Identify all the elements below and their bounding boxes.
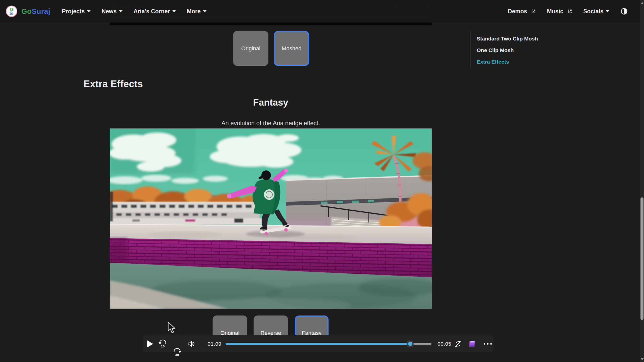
toc-item-extra-effects[interactable]: Extra Effects xyxy=(477,59,538,65)
skip-forward-label: 30 xyxy=(173,353,182,357)
primary-nav: Projects News Aria's Corner More xyxy=(62,8,207,15)
skip-back-label: 10 xyxy=(158,344,167,348)
clips-stack-button[interactable] xyxy=(468,340,476,348)
toc-item-one-clip-mosh[interactable]: One Clip Mosh xyxy=(477,47,538,53)
theme-toggle-icon[interactable] xyxy=(620,8,628,15)
navbar: G S GoSuraj Projects News Aria's Corner xyxy=(0,0,644,23)
repeat-off-button[interactable] xyxy=(454,340,462,348)
video-description: An evolution of the Aria nedge effect. xyxy=(110,120,432,127)
scroll-up-icon[interactable] xyxy=(641,2,644,4)
elapsed-time: 01:09 xyxy=(208,341,221,347)
svg-text:S: S xyxy=(9,10,13,16)
nav-item-music[interactable]: Music xyxy=(547,8,572,15)
external-link-icon xyxy=(568,9,572,14)
scrollbar-thumb[interactable] xyxy=(640,197,643,320)
button-label: Original xyxy=(241,45,260,52)
chevron-down-icon xyxy=(87,10,91,12)
gosuraj-logo-icon: G S xyxy=(6,6,17,17)
more-options-button[interactable] xyxy=(484,343,492,345)
video-title: Fantasy xyxy=(110,97,432,108)
table-of-contents: Standard Two Clip Mosh One Clip Mosh Ext… xyxy=(470,32,538,65)
brand-link[interactable]: G S GoSuraj xyxy=(6,6,50,17)
skip-forward-30-button[interactable]: 30 xyxy=(173,348,182,357)
page: 0:06 / 0:06 G xyxy=(0,0,644,362)
mouse-cursor xyxy=(168,322,176,334)
toc-divider xyxy=(470,32,470,68)
nav-label: Music xyxy=(547,8,563,15)
toc-item-standard-two-clip-mosh[interactable]: Standard Two Clip Mosh xyxy=(477,36,538,42)
chevron-down-icon xyxy=(172,10,176,12)
chevron-down-icon xyxy=(119,10,123,12)
seek-bar-fill xyxy=(226,343,411,345)
chevron-down-icon xyxy=(606,10,609,12)
nav-item-news[interactable]: News xyxy=(102,8,123,15)
scroll-down-icon[interactable] xyxy=(641,358,644,360)
fantasy-video-frame[interactable] xyxy=(110,128,432,309)
nav-item-projects[interactable]: Projects xyxy=(62,8,91,15)
scrollbar[interactable] xyxy=(640,0,644,362)
nav-label: Aria's Corner xyxy=(134,8,170,15)
nav-label: More xyxy=(187,8,201,15)
brand-name: GoSuraj xyxy=(21,7,50,16)
section-title: Extra Effects xyxy=(84,79,143,89)
variant-button-moshed-top[interactable]: Moshed xyxy=(274,31,309,66)
button-label: Moshed xyxy=(282,45,301,52)
nav-item-demos[interactable]: Demos xyxy=(508,8,536,15)
seek-thumb[interactable] xyxy=(407,340,414,347)
nav-label: News xyxy=(102,8,117,15)
nav-label: Demos xyxy=(508,8,527,15)
remaining-time: 00:05 xyxy=(437,341,451,347)
nav-label: Socials xyxy=(583,8,603,15)
variant-button-original-top[interactable]: Original xyxy=(233,31,268,66)
nav-label: Projects xyxy=(62,8,85,15)
chevron-down-icon xyxy=(203,10,207,12)
video-player-controls: 10 30 01:09 00:05 xyxy=(143,335,494,352)
nav-item-more[interactable]: More xyxy=(187,8,207,15)
play-button[interactable] xyxy=(147,340,153,347)
nav-item-arias-corner[interactable]: Aria's Corner xyxy=(134,8,176,15)
nav-item-socials[interactable]: Socials xyxy=(583,8,609,15)
volume-button[interactable] xyxy=(187,340,196,348)
external-link-icon xyxy=(531,9,536,14)
skip-back-10-button[interactable]: 10 xyxy=(158,340,167,348)
seek-thumb-dot xyxy=(408,342,412,346)
seek-bar[interactable] xyxy=(226,343,431,345)
